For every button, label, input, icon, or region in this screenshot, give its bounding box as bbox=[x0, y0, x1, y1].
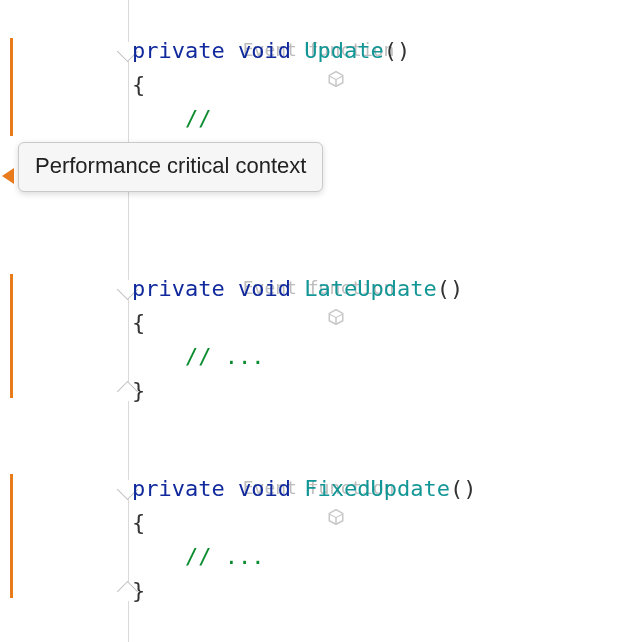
perf-marker[interactable] bbox=[10, 474, 13, 598]
method-name: LateUpdate bbox=[304, 276, 436, 301]
code-line: // ... bbox=[132, 540, 640, 574]
inlay-hint: Event function bbox=[132, 446, 640, 474]
unity-icon bbox=[219, 478, 237, 496]
code-editor: Event function private void Update() { /… bbox=[0, 0, 640, 642]
code-line: private void LateUpdate() bbox=[132, 272, 640, 306]
code-line: { bbox=[132, 68, 640, 102]
code-line: { bbox=[132, 306, 640, 340]
keyword: void bbox=[238, 276, 291, 301]
comment: // bbox=[185, 106, 212, 131]
inlay-hint: Event function bbox=[132, 246, 640, 274]
keyword: private bbox=[132, 476, 225, 501]
code-line: { bbox=[132, 506, 640, 540]
method-name: FixedUpdate bbox=[304, 476, 450, 501]
keyword: void bbox=[238, 38, 291, 63]
tooltip: Performance critical context bbox=[18, 142, 323, 192]
code-line: } bbox=[132, 574, 640, 608]
code-line: // ... bbox=[132, 340, 640, 374]
code-line: } bbox=[132, 374, 640, 408]
code-line: // bbox=[132, 102, 640, 136]
keyword: void bbox=[238, 476, 291, 501]
code-line: private void FixedUpdate() bbox=[132, 472, 640, 506]
chevron-right-icon bbox=[2, 168, 14, 184]
code-line: private void Update() bbox=[132, 34, 640, 68]
keyword: private bbox=[132, 38, 225, 63]
unity-icon bbox=[219, 40, 237, 58]
keyword: private bbox=[132, 276, 225, 301]
perf-marker[interactable] bbox=[10, 274, 13, 398]
inlay-hint: Event function bbox=[132, 8, 640, 36]
tooltip-text: Performance critical context bbox=[35, 153, 306, 178]
fold-guide-line bbox=[128, 0, 129, 642]
code-content[interactable]: Event function private void Update() { /… bbox=[132, 0, 640, 642]
method-name: Update bbox=[304, 38, 383, 63]
unity-icon bbox=[219, 278, 237, 296]
perf-marker[interactable] bbox=[10, 38, 13, 136]
editor-gutter[interactable] bbox=[0, 0, 132, 642]
